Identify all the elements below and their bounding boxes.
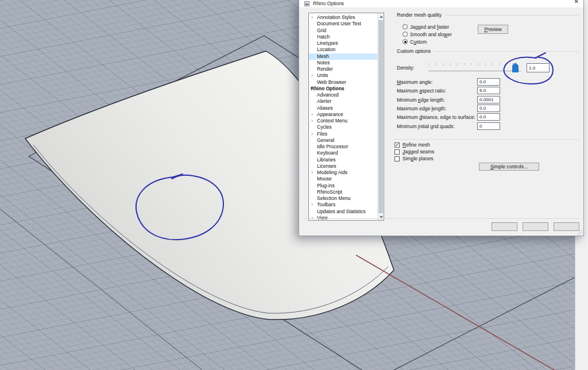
tree-item[interactable]: › View <box>309 215 377 221</box>
expander-icon[interactable]: › <box>311 169 313 176</box>
tree-item[interactable]: › Modeling Aids <box>309 169 377 176</box>
tree-item[interactable]: › Idle Processor <box>309 144 377 150</box>
field-label: Maximum angle: <box>397 79 432 85</box>
rhino-options-dialog: Rhino Options ✕ › Annotation Styles › Do… <box>299 0 584 236</box>
tree-item[interactable]: › Selection Menu <box>309 195 377 202</box>
tree-item[interactable]: › Cycles <box>309 124 377 130</box>
expander-icon[interactable]: › <box>311 131 313 137</box>
checkbox-icon: ✓ <box>394 149 400 155</box>
expander-icon[interactable]: › <box>311 215 313 221</box>
checkbox-option[interactable]: ✓ Refine mesh <box>394 141 434 148</box>
tree-item[interactable]: › RhinoScript <box>309 189 377 195</box>
dialog-title: Rhino Options <box>313 1 344 6</box>
density-slider-track[interactable] <box>428 71 521 71</box>
expander-icon[interactable]: › <box>311 111 313 118</box>
mesh-setting-row: Maximum aspect ratio: 6.0 <box>397 87 546 95</box>
tree-item[interactable]: › Toolbars <box>309 202 377 208</box>
group-rule <box>434 51 579 52</box>
tree-item[interactable]: › Alerter <box>309 98 377 105</box>
tree-item[interactable]: › Plug-ins <box>309 183 377 189</box>
tree-item[interactable]: › Aliases <box>309 105 377 111</box>
checkbox-option[interactable]: ✓ Simple planes <box>394 155 434 162</box>
simple-controls-button[interactable]: Simple controls... <box>479 163 539 171</box>
render-mesh-quality-group: Render mesh quality <box>397 12 579 18</box>
tree-item[interactable]: › Rhino Options <box>309 86 377 92</box>
tree-item[interactable]: › Location <box>309 47 377 53</box>
density-input[interactable]: 1.0 <box>527 63 550 72</box>
expander-icon[interactable]: › <box>311 118 313 124</box>
radio-option[interactable]: Smooth and slower <box>403 30 452 38</box>
density-slider-ticks <box>429 63 520 65</box>
mesh-settings-fields: Maximum angle: 0.0 Maximum aspect ratio:… <box>397 78 546 131</box>
preview-button[interactable]: Preview <box>478 25 508 34</box>
mesh-setting-row: Maximum edge length: 0.0 <box>397 105 546 113</box>
expander-icon[interactable]: › <box>311 14 313 21</box>
field-input[interactable]: 0.0 <box>477 113 500 121</box>
field-label: Minimum initial grid quads: <box>397 124 455 129</box>
checkbox-icon: ✓ <box>394 156 400 161</box>
tree-item[interactable]: › Grid <box>309 28 377 34</box>
tree-item[interactable]: › Files <box>309 131 377 137</box>
radio-icon <box>403 39 408 44</box>
tree-item[interactable]: › Libraries <box>309 157 377 163</box>
close-icon[interactable]: ✕ <box>574 0 579 5</box>
tree-item[interactable]: › Updates and Statistics <box>309 209 377 215</box>
dialog-titlebar[interactable]: Rhino Options ✕ <box>299 0 583 8</box>
field-input[interactable]: 6.0 <box>477 87 500 94</box>
footer-divider <box>304 218 580 219</box>
field-label: Maximum edge length: <box>397 106 446 111</box>
mesh-setting-row: Maximum angle: 0.0 <box>397 78 546 87</box>
tree-item[interactable]: › Units <box>309 72 377 79</box>
density-label: Density: <box>397 65 415 71</box>
settings-tree: › Annotation Styles › Document User Text… <box>308 13 384 221</box>
tree-item[interactable]: › Notes <box>309 60 377 66</box>
mesh-setting-row: Minimum edge length: 0.0001 <box>397 96 546 105</box>
tree-item[interactable]: › Annotation Styles <box>309 14 377 21</box>
mesh-setting-row: Maximum distance, edge to surface: 0.0 <box>397 113 546 122</box>
mesh-quality-radio-group: Jagged and faster Smooth and slower Cust… <box>403 23 452 45</box>
expander-icon[interactable]: › <box>311 72 313 79</box>
radio-icon <box>403 24 408 29</box>
tree-scrollbar[interactable] <box>377 13 384 220</box>
dialog-button[interactable] <box>523 222 548 231</box>
tree-item[interactable]: › General <box>309 137 377 144</box>
tree-item[interactable]: › Hatch <box>309 34 377 40</box>
rhino-app-icon <box>304 1 310 6</box>
mesh-option-checkboxes: ✓ Refine mesh ✓ Jagged seams ✓ Simple pl… <box>394 141 434 163</box>
dialog-button[interactable] <box>554 222 579 231</box>
scrollbar-thumb[interactable] <box>378 20 383 213</box>
rhino-app-window: Rhino Options ✕ › Annotation Styles › Do… <box>0 0 588 370</box>
field-label: Maximum aspect ratio: <box>397 88 446 94</box>
custom-options-group: Custom options <box>397 48 579 54</box>
tree-item[interactable]: › Keyboard <box>309 150 377 156</box>
tree-item[interactable]: › Appearance <box>309 111 377 118</box>
scroll-up-icon[interactable] <box>378 13 384 20</box>
tree-item[interactable]: › Linetypes <box>309 40 377 47</box>
tree-item[interactable]: › Advanced <box>309 92 377 98</box>
tree-item[interactable]: › Mesh <box>309 53 377 60</box>
settings-tree-list: › Annotation Styles › Document User Text… <box>309 14 377 221</box>
checkbox-option[interactable]: ✓ Jagged seams <box>394 148 434 155</box>
radio-option[interactable]: Custom <box>403 38 452 45</box>
tree-item[interactable]: › Context Menu <box>309 118 377 124</box>
radio-icon <box>403 32 408 37</box>
expander-icon[interactable]: › <box>311 202 313 208</box>
scroll-down-icon[interactable] <box>378 214 384 220</box>
field-label: Minimum edge length: <box>397 97 445 103</box>
tree-item[interactable]: › Web Browser <box>309 79 377 86</box>
field-input[interactable]: 0.0 <box>477 105 500 112</box>
radio-option[interactable]: Jagged and faster <box>403 23 452 30</box>
dialog-footer-buttons <box>492 222 579 231</box>
field-input[interactable]: 0.0001 <box>477 96 500 103</box>
tree-item[interactable]: › Document User Text <box>309 21 377 27</box>
tree-item[interactable]: › Licenses <box>309 163 377 169</box>
dialog-button[interactable] <box>492 222 517 231</box>
field-input[interactable]: 0 <box>477 122 500 130</box>
group-title: Render mesh quality <box>397 12 442 18</box>
group-title: Custom options <box>397 48 431 54</box>
field-input[interactable]: 0.0 <box>477 78 500 86</box>
tree-item[interactable]: › Render <box>309 66 377 72</box>
field-label: Maximum distance, edge to surface: <box>397 114 475 120</box>
tree-item[interactable]: › Mouse <box>309 176 377 182</box>
group-rule <box>445 15 579 16</box>
